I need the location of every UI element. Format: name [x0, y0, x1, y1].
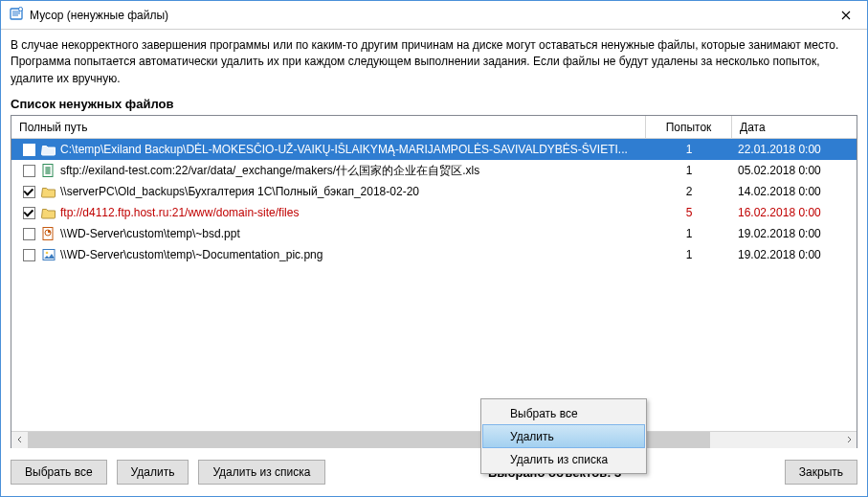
title-bar: Мусор (ненужные файлы) [1, 1, 867, 30]
row-checkbox[interactable] [23, 207, 35, 219]
svg-rect-2 [43, 165, 53, 177]
remove-from-list-button[interactable]: Удалить из списка [198, 460, 324, 485]
file-table: Полный путь Попыток Дата C:\temp\Exiland… [11, 115, 857, 448]
cell-date: 19.02.2018 0:00 [732, 248, 857, 261]
column-date[interactable]: Дата [732, 116, 857, 139]
table-body: C:\temp\Exiland Backup\DĖL-MOKESČIO-UŽ-V… [11, 139, 857, 431]
scroll-track[interactable] [28, 432, 840, 448]
cell-attempts: 1 [646, 248, 732, 261]
table-row[interactable]: sftp://exiland-test.com:22/var/data/_exc… [11, 160, 857, 181]
folder-icon [41, 205, 56, 220]
path-text: C:\temp\Exiland Backup\DĖL-MOKESČIO-UŽ-V… [60, 143, 628, 156]
cell-date: 05.02.2018 0:00 [732, 164, 857, 177]
row-checkbox[interactable] [23, 144, 35, 156]
ctx-delete[interactable]: Удалить [482, 424, 645, 448]
svg-point-1 [19, 8, 23, 11]
svg-point-6 [46, 252, 49, 255]
path-text: \\WD-Server\custom\temp\~bsd.ppt [60, 227, 240, 240]
cell-date: 14.02.2018 0:00 [732, 185, 857, 198]
cell-date: 19.02.2018 0:00 [732, 227, 857, 240]
cell-path: sftp://exiland-test.com:22/var/data/_exc… [13, 163, 646, 179]
select-all-button[interactable]: Выбрать все [11, 460, 107, 485]
path-text: sftp://exiland-test.com:22/var/data/_exc… [60, 163, 479, 179]
path-text: ftp://d4112.ftp.host.ru:21/www/domain-si… [60, 206, 299, 219]
xls-icon [41, 163, 56, 178]
dialog-body: В случае некорректного завершения програ… [1, 30, 867, 448]
column-path[interactable]: Полный путь [11, 116, 646, 139]
row-checkbox[interactable] [23, 186, 35, 198]
cell-attempts: 2 [646, 185, 732, 198]
window-title-wrap: Мусор (ненужные файлы) [9, 6, 824, 24]
row-checkbox[interactable] [23, 249, 35, 261]
cell-path: C:\temp\Exiland Backup\DĖL-MOKESČIO-UŽ-V… [13, 142, 646, 157]
app-icon [9, 6, 24, 24]
table-row[interactable]: \\WD-Server\custom\temp\~bsd.ppt119.02.2… [11, 223, 857, 244]
close-icon [841, 11, 851, 20]
scroll-right-arrow[interactable] [840, 432, 857, 448]
horizontal-scrollbar[interactable] [11, 431, 857, 447]
cell-path: ftp://d4112.ftp.host.ru:21/www/domain-si… [13, 205, 646, 220]
footer: Выбрать все Удалить Удалить из списка Вы… [1, 448, 867, 496]
cell-attempts: 1 [646, 227, 732, 240]
img-icon [41, 247, 56, 262]
table-row[interactable]: ftp://d4112.ftp.host.ru:21/www/domain-si… [11, 202, 857, 223]
ctx-remove-from-list[interactable]: Удалить из списка [483, 447, 644, 471]
list-heading: Список ненужных файлов [11, 97, 857, 111]
intro-text: В случае некорректного завершения програ… [11, 37, 857, 87]
context-menu: Выбрать все Удалить Удалить из списка [480, 398, 647, 474]
table-header: Полный путь Попыток Дата [11, 116, 857, 139]
ctx-select-all[interactable]: Выбрать все [483, 401, 644, 425]
folder-icon [41, 184, 56, 199]
cell-path: \\WD-Server\custom\temp\~bsd.ppt [13, 226, 646, 241]
row-checkbox[interactable] [23, 228, 35, 240]
close-footer-button[interactable]: Закрыть [785, 460, 857, 485]
cell-date: 16.02.2018 0:00 [732, 206, 857, 219]
cell-path: \\WD-Server\custom\temp\~Documentation_p… [13, 247, 646, 262]
column-attempts[interactable]: Попыток [646, 116, 732, 139]
path-text: \\serverPC\Old_backups\Бухгалтерия 1С\По… [60, 185, 419, 198]
dialog-window: Мусор (ненужные файлы) В случае некоррек… [0, 0, 868, 497]
table-row[interactable]: \\serverPC\Old_backups\Бухгалтерия 1С\По… [11, 181, 857, 202]
cell-path: \\serverPC\Old_backups\Бухгалтерия 1С\По… [13, 184, 646, 199]
path-text: \\WD-Server\custom\temp\~Documentation_p… [60, 248, 323, 261]
svg-rect-3 [43, 228, 53, 240]
cell-attempts: 1 [646, 164, 732, 177]
folder-icon [41, 142, 56, 157]
cell-attempts: 5 [646, 206, 732, 219]
cell-date: 22.01.2018 0:00 [732, 143, 857, 156]
table-row[interactable]: C:\temp\Exiland Backup\DĖL-MOKESČIO-UŽ-V… [11, 139, 857, 160]
ppt-icon [41, 226, 56, 241]
scroll-left-arrow[interactable] [11, 432, 28, 448]
table-row[interactable]: \\WD-Server\custom\temp\~Documentation_p… [11, 244, 857, 265]
cell-attempts: 1 [646, 143, 732, 156]
close-button[interactable] [824, 1, 867, 30]
window-title: Мусор (ненужные файлы) [30, 9, 168, 22]
row-checkbox[interactable] [23, 165, 35, 177]
delete-button[interactable]: Удалить [117, 460, 189, 485]
